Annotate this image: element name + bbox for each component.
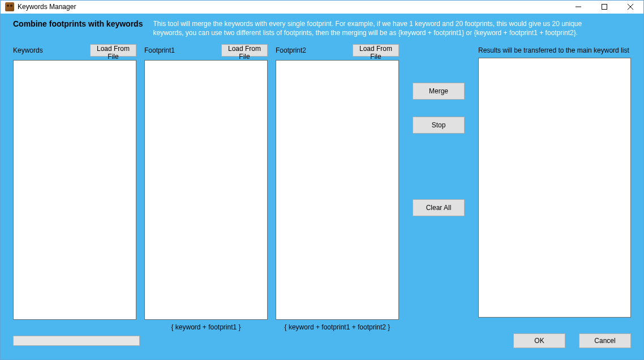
footprint2-column: Footprint2 Load From File { keyword + fo… (276, 43, 399, 331)
client-area: Combine footprints with keywords This to… (1, 14, 643, 359)
stop-button[interactable]: Stop (413, 117, 465, 134)
window-controls (565, 1, 643, 14)
clear-all-button[interactable]: Clear All (413, 199, 465, 216)
action-column: Merge Stop Clear All (407, 43, 470, 216)
footprint1-header: Footprint1 Load From File (144, 43, 268, 58)
load-keywords-button[interactable]: Load From File (90, 44, 136, 57)
close-button[interactable] (617, 1, 643, 14)
maximize-button[interactable] (591, 1, 617, 14)
window: Keywords Manager Combine footprints with… (0, 0, 644, 360)
footprint2-input[interactable] (276, 60, 399, 320)
titlebar: Keywords Manager (1, 1, 643, 14)
ok-button[interactable]: OK (513, 333, 565, 348)
progress-bar (13, 336, 140, 346)
footprint2-header: Footprint2 Load From File (276, 43, 399, 58)
footprint1-column: Footprint1 Load From File { keyword + fo… (144, 43, 268, 331)
page-heading: Combine footprints with keywords (13, 19, 143, 28)
footprint2-hint: { keyword + footprint1 + footprint2 } (276, 323, 399, 331)
svg-rect-1 (602, 5, 607, 10)
columns: Keywords Load From File Footprint1 Load … (13, 43, 631, 331)
load-footprint2-button[interactable]: Load From File (353, 44, 399, 57)
header-row: Combine footprints with keywords This to… (13, 19, 631, 37)
close-icon (628, 4, 633, 10)
footprint2-label: Footprint2 (276, 46, 306, 54)
footprint1-hint: { keyword + footprint1 } (144, 323, 268, 331)
keywords-header: Keywords Load From File (13, 43, 136, 58)
results-output[interactable] (478, 58, 631, 318)
window-title: Keywords Manager (18, 3, 76, 11)
keywords-input[interactable] (13, 60, 136, 320)
cancel-button[interactable]: Cancel (579, 333, 631, 348)
keywords-column: Keywords Load From File (13, 43, 136, 320)
footprint1-label: Footprint1 (144, 46, 175, 54)
keywords-label: Keywords (13, 46, 43, 54)
minimize-button[interactable] (565, 1, 591, 14)
merge-button[interactable]: Merge (413, 83, 465, 100)
footprint1-input[interactable] (144, 60, 268, 320)
minimize-icon (576, 4, 581, 10)
results-label: Results will be transferred to the main … (478, 43, 631, 58)
app-icon (5, 2, 14, 11)
results-column: Results will be transferred to the main … (478, 43, 631, 318)
page-description: This tool will merge the keywords with e… (153, 19, 611, 37)
bottom-row: OK Cancel (13, 331, 631, 350)
load-footprint1-button[interactable]: Load From File (221, 44, 268, 57)
maximize-icon (602, 4, 607, 10)
